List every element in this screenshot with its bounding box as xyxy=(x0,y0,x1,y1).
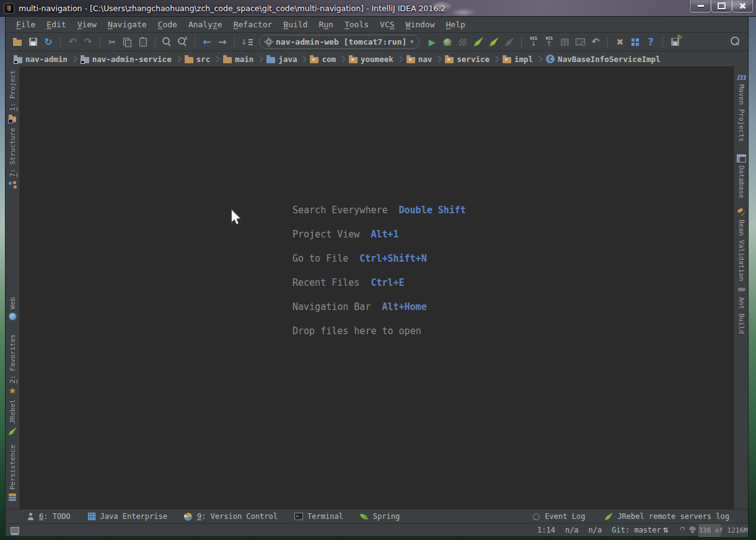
window-titlebar[interactable]: IJ multi-navigation - [C:\Users\zhangcha… xyxy=(0,0,756,17)
event-log-balloon-icon xyxy=(531,511,541,521)
help-button[interactable]: ? xyxy=(644,35,657,49)
tool-tab-todo[interactable]: 6: TODO xyxy=(25,511,71,521)
coverage-button[interactable] xyxy=(456,35,470,49)
editor-area[interactable]: Search EverywhereDouble Shift Project Vi… xyxy=(20,66,734,509)
breadcrumb-chevron-icon xyxy=(214,56,220,62)
vcs-commit-button[interactable]: VCS↑ xyxy=(542,35,556,49)
package-icon xyxy=(349,57,358,63)
memory-indicator[interactable]: 338 of 1216M xyxy=(698,524,748,537)
toolbar-separator xyxy=(60,37,61,47)
cvs-integrate-button[interactable] xyxy=(558,35,571,49)
vcs-update-button[interactable]: VCS↓ xyxy=(527,35,540,49)
save-all-button[interactable] xyxy=(26,35,40,49)
redo-button[interactable] xyxy=(81,35,95,49)
encoding-indicator[interactable]: n/a xyxy=(565,526,579,534)
breadcrumb-item[interactable]: youmeek xyxy=(347,55,395,64)
tool-tab-favorites[interactable]: 2: Favorites xyxy=(6,334,19,396)
module-folder-icon xyxy=(81,57,89,63)
forward-button[interactable] xyxy=(216,35,229,49)
sort-lines-button[interactable]: ↓ xyxy=(240,35,253,49)
menu-analyze[interactable]: Analyze xyxy=(183,19,228,30)
breadcrumb-item[interactable]: nav-admin xyxy=(12,55,69,64)
tool-tab-web[interactable]: Web xyxy=(6,297,19,322)
navigation-bar: nav-admin nav-admin-service src main jav… xyxy=(6,51,748,67)
jprofiler-button[interactable] xyxy=(503,35,516,49)
breadcrumb-item[interactable]: CNavBaseInfoServiceImpl xyxy=(544,55,662,64)
close-button[interactable] xyxy=(732,0,753,12)
toggle-tool-buttons[interactable] xyxy=(10,525,20,535)
run-configuration-select[interactable]: nav-admin-web [tomcat7:run] ▼ xyxy=(259,35,420,49)
tool-tab-java-enterprise[interactable]: Java Enterprise xyxy=(87,511,167,521)
toolbar-separator xyxy=(155,37,156,47)
menu-edit[interactable]: Edit xyxy=(41,19,71,30)
open-project-button[interactable] xyxy=(11,35,24,49)
tool-tab-project[interactable]: 1: Project xyxy=(6,70,19,123)
tool-tab-terminal[interactable]: >_Terminal xyxy=(294,511,343,521)
debug-button[interactable] xyxy=(441,35,454,49)
tool-tab-jrebel[interactable]: JRebel xyxy=(6,399,19,436)
bank-icon xyxy=(561,38,569,46)
jrebel-sync-button[interactable] xyxy=(668,35,682,49)
replace-button[interactable] xyxy=(176,35,190,49)
menu-tools[interactable]: Tools xyxy=(339,19,374,30)
sort-lines-icon: ↓ xyxy=(240,38,252,46)
tool-tab-spring[interactable]: Spring xyxy=(359,511,400,521)
tool-tab-jrebel-log[interactable]: JRebel remote servers log xyxy=(604,511,729,521)
menu-help[interactable]: Help xyxy=(441,19,471,30)
line-separator-indicator[interactable]: n/a xyxy=(589,526,602,534)
menu-navigate[interactable]: Navigate xyxy=(102,19,152,30)
search-everywhere-button[interactable] xyxy=(729,35,743,49)
back-button[interactable] xyxy=(200,35,214,49)
tool-tab-version-control[interactable]: 9: Version Control xyxy=(183,511,278,521)
tool-tab-maven[interactable]: mMaven Projects xyxy=(734,72,748,142)
menu-refactor[interactable]: Refactor xyxy=(228,19,278,30)
folder-open-icon xyxy=(13,40,22,46)
tool-tab-ant-build[interactable]: Ant Build xyxy=(734,285,748,334)
menu-window[interactable]: Window xyxy=(400,19,441,30)
menu-code[interactable]: Code xyxy=(152,19,183,30)
git-branch-widget[interactable]: Git: master xyxy=(612,526,669,534)
search-icon xyxy=(162,37,170,45)
bottom-tool-window-bar: 6: TODO Java Enterprise 9: Version Contr… xyxy=(6,509,748,523)
breadcrumb-item[interactable]: java xyxy=(265,55,299,64)
breadcrumb-item[interactable]: service xyxy=(443,55,491,64)
caret-position[interactable]: 1:14 xyxy=(537,526,555,534)
cut-button[interactable] xyxy=(105,35,119,49)
gear-icon xyxy=(265,38,272,45)
menu-vcs[interactable]: VCS xyxy=(374,19,400,30)
tool-tab-event-log[interactable]: Event Log xyxy=(531,511,585,521)
menu-view[interactable]: View xyxy=(72,19,102,30)
undo-button[interactable] xyxy=(66,35,79,49)
jrebel-run-button[interactable] xyxy=(472,35,485,49)
terminal-icon: >_ xyxy=(294,511,304,521)
breadcrumb-item[interactable]: src xyxy=(183,55,213,64)
paste-button[interactable] xyxy=(136,35,150,49)
right-tool-stripe: mMaven Projects Database Bean Validation… xyxy=(734,66,748,509)
breadcrumb-chevron-icon xyxy=(71,56,77,62)
copy-button[interactable] xyxy=(121,35,134,49)
breadcrumb-item[interactable]: com xyxy=(308,55,338,64)
breadcrumb-item[interactable]: main xyxy=(221,55,255,64)
recent-changes-button[interactable] xyxy=(573,35,587,49)
menu-run[interactable]: Run xyxy=(313,19,338,30)
tool-tab-persistence[interactable]: Persistence xyxy=(6,445,19,502)
synchronize-button[interactable] xyxy=(42,35,55,49)
menu-file[interactable]: File xyxy=(11,19,41,30)
project-structure-button[interactable] xyxy=(628,35,642,49)
tool-tab-structure[interactable]: 7: Structure xyxy=(6,128,19,189)
tool-tab-database[interactable]: Database xyxy=(734,153,748,198)
run-button[interactable] xyxy=(425,35,439,49)
breadcrumb-item[interactable]: nav-admin-service xyxy=(79,55,174,64)
menu-build[interactable]: Build xyxy=(278,19,313,30)
find-button[interactable] xyxy=(160,35,174,49)
minimize-button[interactable] xyxy=(690,0,711,12)
maximize-button[interactable] xyxy=(711,0,732,12)
tool-tab-bean-validation[interactable]: Bean Validation xyxy=(734,207,748,281)
settings-button[interactable] xyxy=(613,35,626,49)
rollback-button[interactable] xyxy=(589,35,602,49)
shortcut-hint-row: Search EverywhereDouble Shift xyxy=(292,198,466,222)
breadcrumb-item[interactable]: nav xyxy=(405,55,434,64)
jrebel-debug-button[interactable] xyxy=(487,35,501,49)
breadcrumb-item[interactable]: impl xyxy=(501,55,535,64)
chevron-down-icon: ▼ xyxy=(410,39,413,45)
